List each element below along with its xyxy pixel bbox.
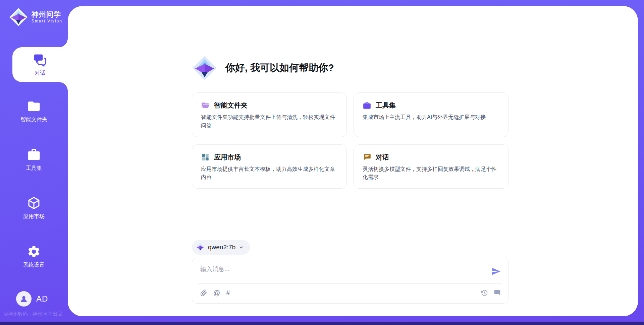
send-icon[interactable] bbox=[491, 267, 501, 276]
avatar bbox=[16, 291, 32, 307]
feature-cards: 智能文件夹 智能文件夹功能支持批量文件上传与清洗，轻松实现文件问答 工具集 集成… bbox=[192, 92, 508, 189]
diamond-logo-icon bbox=[192, 55, 217, 81]
brand-logo: 神州问学 Smart Vision bbox=[9, 7, 62, 27]
chat-bubble-icon[interactable] bbox=[494, 289, 501, 297]
model-name: qwen2:7b bbox=[208, 244, 235, 251]
sidebar-item-settings[interactable]: 系统设置 bbox=[0, 245, 68, 269]
greeting: 你好, 我可以如何帮助你? bbox=[192, 55, 334, 81]
folder-open-icon bbox=[201, 101, 210, 110]
briefcase-icon bbox=[27, 148, 41, 162]
card-smart-folder[interactable]: 智能文件夹 智能文件夹功能支持批量文件上传与清洗，轻松实现文件问答 bbox=[192, 92, 347, 137]
brand-name: 神州问学 bbox=[32, 10, 62, 18]
brand-subtitle: Smart Vision bbox=[32, 19, 62, 23]
sidebar-item-toolset[interactable]: 工具集 bbox=[0, 148, 68, 172]
cube-icon bbox=[27, 196, 41, 210]
paperclip-icon[interactable] bbox=[200, 289, 207, 297]
sidebar-item-label: 智能文件夹 bbox=[20, 116, 47, 123]
folder-icon bbox=[27, 99, 41, 113]
bottom-strip bbox=[0, 322, 644, 325]
mention-icon[interactable]: @ bbox=[213, 289, 220, 296]
sidebar-item-label: 系统设置 bbox=[23, 262, 45, 269]
diamond-logo-icon bbox=[9, 7, 28, 27]
card-chat[interactable]: 对话 灵活切换多模型文件，支持多样回复效果调试，满足个性化需求 bbox=[354, 144, 508, 189]
sidebar-item-chat[interactable]: 对话 bbox=[12, 47, 68, 82]
briefcase-icon bbox=[363, 101, 371, 110]
main-panel: 你好, 我可以如何帮助你? 智能文件夹 智能文件夹功能支持批量文件上传与清洗，轻… bbox=[68, 6, 638, 316]
card-description: 应用市场提供丰富长文本模板，助力高效生成多样化文章内容 bbox=[201, 165, 338, 182]
card-description: 灵活切换多模型文件，支持多样回复效果调试，满足个性化需求 bbox=[363, 165, 499, 182]
message-input[interactable] bbox=[200, 265, 491, 273]
hashtag-icon[interactable]: # bbox=[226, 289, 230, 296]
history-icon[interactable] bbox=[481, 289, 488, 297]
card-title: 工具集 bbox=[376, 101, 396, 110]
chat-bubbles-icon bbox=[33, 53, 48, 67]
card-description: 智能文件夹功能支持批量文件上传与清洗，轻松实现文件问答 bbox=[201, 113, 338, 130]
gear-icon bbox=[27, 245, 41, 259]
card-title: 智能文件夹 bbox=[214, 101, 248, 110]
diamond-logo-icon bbox=[196, 243, 205, 252]
sidebar-item-label: 对话 bbox=[35, 70, 46, 77]
sidebar-item-smart-folder[interactable]: 智能文件夹 bbox=[0, 99, 68, 123]
card-description: 集成市场上主流工具，助力AI与外界无缝扩展与对接 bbox=[363, 113, 499, 122]
card-title: 对话 bbox=[376, 153, 389, 162]
user-initials: AD bbox=[36, 294, 48, 304]
grid-icon bbox=[201, 153, 210, 161]
card-toolset[interactable]: 工具集 集成市场上主流工具，助力AI与外界无缝扩展与对接 bbox=[354, 92, 508, 137]
greeting-text: 你好, 我可以如何帮助你? bbox=[225, 61, 334, 75]
model-selector[interactable]: qwen2:7b bbox=[192, 240, 250, 255]
person-icon bbox=[19, 294, 29, 304]
chat-icon bbox=[363, 153, 371, 161]
message-composer: @ # bbox=[192, 258, 508, 304]
copyright-text: ©神州数码 · 神州问学出品 bbox=[4, 311, 62, 317]
sidebar-item-app-market[interactable]: 应用市场 bbox=[0, 196, 68, 220]
card-title: 应用市场 bbox=[214, 153, 241, 162]
sidebar-item-label: 应用市场 bbox=[23, 213, 45, 220]
sidebar-item-label: 工具集 bbox=[26, 165, 42, 172]
sidebar: 神州问学 Smart Vision 对话 智能文件夹 工具集 应用市场 bbox=[0, 0, 68, 325]
card-app-market[interactable]: 应用市场 应用市场提供丰富长文本模板，助力高效生成多样化文章内容 bbox=[192, 144, 347, 189]
chevron-down-icon bbox=[239, 245, 244, 250]
user-account[interactable]: AD bbox=[16, 291, 48, 307]
